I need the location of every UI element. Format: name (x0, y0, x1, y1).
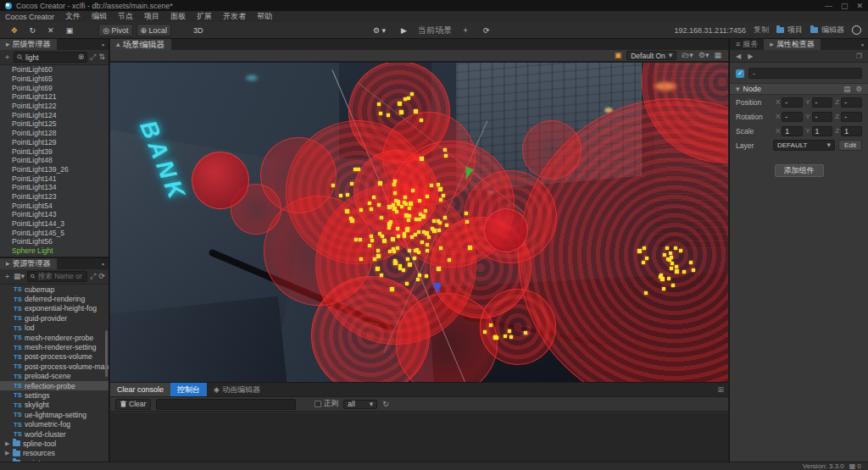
light-handle[interactable] (350, 218, 354, 223)
tab-assets[interactable]: ▸ 资源管理器 (0, 258, 57, 269)
hierarchy-node-row[interactable]: Sphere Light (0, 246, 108, 256)
light-handle[interactable] (387, 226, 391, 229)
rotation-z-input[interactable]: - (841, 112, 862, 122)
light-handle[interactable] (382, 239, 387, 243)
hierarchy-node-row[interactable]: PointLight145_5 (0, 228, 108, 237)
tab-hierarchy[interactable]: ▸ 层级管理器 (0, 39, 57, 50)
grid-toggle-icon[interactable]: ▦ (714, 52, 721, 59)
light-handle[interactable] (346, 193, 349, 196)
light-handle[interactable] (417, 230, 420, 234)
asset-script-row[interactable]: TSexponential-height-fog (0, 304, 108, 313)
light-handle[interactable] (414, 249, 417, 252)
scale-x-input[interactable]: 1 (782, 126, 803, 136)
menu-item-帮助[interactable]: 帮助 (257, 11, 272, 22)
light-handle[interactable] (427, 235, 431, 239)
light-handle[interactable] (670, 256, 673, 259)
user-avatar[interactable] (852, 25, 861, 35)
expand-arrow-icon[interactable]: ▶ (5, 440, 10, 447)
light-handle[interactable] (666, 257, 670, 261)
light-handle[interactable] (370, 235, 373, 238)
hierarchy-search-input[interactable]: light ⊗ (14, 52, 87, 63)
history-back-icon[interactable]: ◀ (736, 53, 741, 60)
light-handle[interactable] (420, 119, 423, 122)
asset-script-row[interactable]: TSsettings (0, 390, 108, 400)
close-button[interactable]: ✕ (856, 2, 863, 10)
pivot-toggle-button[interactable]: ◎ Pivot (98, 24, 132, 36)
light-handle[interactable] (377, 203, 381, 207)
light-handle[interactable] (372, 196, 376, 199)
light-handle[interactable] (669, 252, 672, 255)
console-menu-icon[interactable]: ⊞ (713, 383, 728, 396)
hierarchy-node-row[interactable]: PointLight69 (0, 83, 108, 92)
clear-log-button[interactable]: Clear (115, 399, 151, 410)
asset-script-row[interactable]: TSmesh-renderer-probe (0, 333, 108, 342)
menu-item-开发者[interactable]: 开发者 (223, 11, 246, 22)
rotate-tool-icon[interactable]: ↻ (25, 24, 41, 36)
light-handle[interactable] (393, 259, 397, 263)
minimize-button[interactable]: — (825, 2, 832, 10)
light-handle[interactable] (679, 249, 682, 252)
light-handle[interactable] (426, 249, 429, 252)
light-handle[interactable] (422, 230, 426, 234)
light-handle[interactable] (410, 92, 414, 96)
point-light-sphere[interactable] (192, 152, 249, 209)
assets-add-button[interactable]: ＋ (3, 273, 11, 280)
light-handle[interactable] (408, 263, 412, 267)
asset-script-row[interactable]: TSmesh-renderer-setting (0, 342, 108, 351)
open-project-button[interactable]: 项目 (776, 25, 803, 36)
light-handle[interactable] (504, 335, 507, 338)
light-handle[interactable] (408, 214, 411, 218)
inspector-menu-icon[interactable]: ▪ (857, 39, 868, 50)
light-handle[interactable] (420, 157, 424, 161)
rotation-y-input[interactable]: - (812, 112, 833, 122)
asset-script-row[interactable]: TSvolumetric-fog (0, 419, 108, 429)
light-handle[interactable] (439, 198, 442, 202)
light-handle[interactable] (438, 221, 442, 224)
hierarchy-node-row[interactable]: PointLight124 (0, 110, 108, 119)
light-handle[interactable] (675, 265, 678, 268)
point-light-sphere[interactable] (480, 289, 556, 365)
menu-item-编辑[interactable]: 编辑 (92, 11, 107, 22)
light-handle[interactable] (508, 329, 511, 333)
asset-script-row[interactable]: TSlod (0, 323, 108, 333)
rect-tool-icon[interactable]: ▣ (62, 24, 78, 36)
assets-search-input[interactable]: 搜索 Name or UU (27, 271, 87, 282)
mode-3d-button[interactable]: 3D (189, 24, 208, 36)
open-editor-button[interactable]: 编辑器 (810, 25, 844, 36)
move-tool-icon[interactable]: ✥ (7, 24, 22, 36)
log-filter-input[interactable] (156, 399, 296, 410)
asset-script-row[interactable]: TSpreload-scene (0, 372, 108, 381)
light-handle[interactable] (377, 102, 381, 106)
asset-script-row[interactable]: TSdeferred-rendering (0, 294, 108, 303)
light-handle[interactable] (442, 194, 445, 197)
history-forward-icon[interactable]: ▶ (748, 53, 753, 60)
hierarchy-node-row[interactable]: PointLight134 (0, 183, 108, 192)
light-handle[interactable] (402, 268, 405, 272)
light-handle[interactable] (465, 212, 468, 215)
light-handle[interactable] (403, 201, 406, 204)
light-handle[interactable] (643, 246, 646, 250)
assets-refresh-icon[interactable]: ⟳ (98, 273, 105, 280)
light-handle[interactable] (670, 267, 673, 270)
light-handle[interactable] (421, 214, 426, 218)
light-handle[interactable] (671, 284, 675, 287)
light-handle[interactable] (350, 182, 353, 185)
light-handle[interactable] (376, 254, 381, 258)
hierarchy-node-row[interactable]: PointLight143 (0, 210, 108, 219)
position-z-input[interactable]: - (841, 97, 862, 108)
light-handle[interactable] (359, 238, 362, 241)
light-handle[interactable] (398, 102, 402, 106)
clear-console-tab[interactable]: Clear console (110, 383, 170, 396)
log-settings-icon[interactable]: ↻ (382, 401, 389, 408)
gizmo-light-icon[interactable]: ▣ (615, 52, 622, 59)
light-handle[interactable] (396, 227, 399, 230)
light-handle[interactable] (416, 278, 420, 281)
hierarchy-node-row[interactable]: PointLight65 (0, 75, 108, 84)
point-light-sphere[interactable] (522, 120, 581, 180)
rotation-x-input[interactable]: - (782, 112, 803, 122)
light-handle[interactable] (376, 249, 380, 252)
asset-script-row[interactable]: TSguid-provider (0, 313, 108, 323)
light-handle[interactable] (493, 336, 497, 340)
light-handle[interactable] (403, 196, 407, 199)
node-name-input[interactable]: - (748, 68, 862, 79)
